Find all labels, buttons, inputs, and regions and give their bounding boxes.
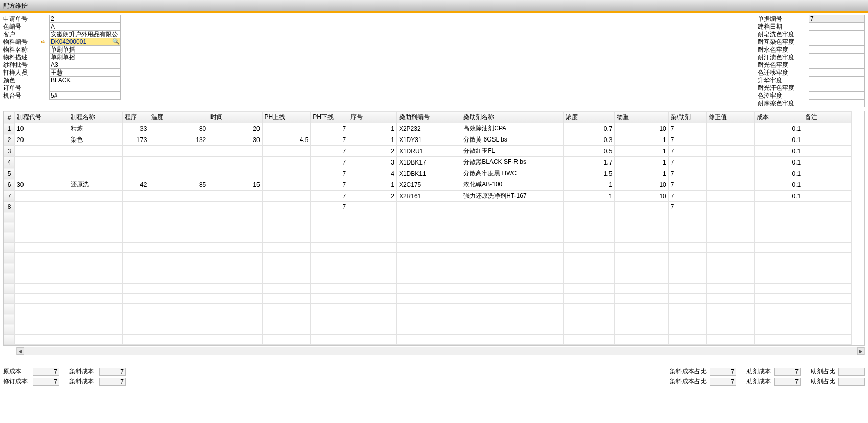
cell-time[interactable]	[208, 324, 262, 335]
table-row[interactable]	[4, 284, 852, 294]
cell-idx[interactable]	[348, 212, 397, 222]
cell-proccode[interactable]	[15, 146, 68, 157]
cell-hash[interactable]	[4, 314, 15, 324]
cell-time[interactable]	[208, 222, 262, 232]
cell-conc[interactable]: 1	[564, 179, 615, 191]
cell-phup[interactable]	[262, 324, 311, 335]
cell-corr[interactable]	[706, 168, 755, 179]
cell-procname[interactable]	[68, 253, 122, 263]
cell-agentcode[interactable]	[396, 314, 461, 324]
cell-idx[interactable]: 3	[348, 157, 397, 168]
cell-hash[interactable]	[4, 273, 15, 284]
cell-agentname[interactable]: 分散高牢度黑 HWC	[461, 168, 564, 179]
col-proccode[interactable]: 制程代号	[15, 112, 68, 123]
cell-phup[interactable]: 4.5	[262, 134, 311, 146]
cell-proccode[interactable]	[15, 253, 68, 263]
cell-idx[interactable]	[348, 304, 397, 314]
cell-conc[interactable]	[564, 294, 615, 304]
cell-hash[interactable]	[4, 324, 15, 335]
table-row[interactable]: 220染色173132304.571X1DY31分散黄 6GSL bs0.317…	[4, 134, 852, 146]
cell-weight[interactable]	[615, 294, 668, 304]
cell-weight[interactable]	[615, 243, 668, 253]
cell-proccode[interactable]	[15, 345, 68, 346]
cell-cost[interactable]	[755, 324, 803, 335]
table-row[interactable]	[4, 294, 852, 304]
cell-corr[interactable]	[706, 179, 755, 191]
cell-weight[interactable]	[615, 263, 668, 273]
cell-agentname[interactable]	[461, 294, 564, 304]
cell-agentcode[interactable]	[396, 284, 461, 294]
cell-time[interactable]	[208, 232, 262, 243]
cell-temp[interactable]	[149, 335, 208, 345]
cell-idx[interactable]: 2	[348, 191, 397, 202]
cell-agentname[interactable]: 分散黑BLACK SF-R bs	[461, 157, 564, 168]
input-matdesc[interactable]	[49, 53, 121, 61]
cell-corr[interactable]	[706, 134, 755, 146]
cell-hash[interactable]: 6	[4, 179, 15, 191]
cell-proccode[interactable]	[15, 243, 68, 253]
cell-procname[interactable]	[68, 222, 122, 232]
table-row[interactable]: 877	[4, 202, 852, 212]
cell-remark[interactable]	[803, 253, 852, 263]
cell-corr[interactable]	[706, 335, 755, 345]
cell-dyeaux[interactable]: 7	[668, 179, 706, 191]
col-weight[interactable]: 物重	[615, 112, 668, 123]
cell-procname[interactable]	[68, 324, 122, 335]
cell-agentname[interactable]	[461, 202, 564, 212]
cell-cost[interactable]: 0.1	[755, 191, 803, 202]
cell-procname[interactable]: 还原洗	[68, 179, 122, 191]
cell-weight[interactable]	[615, 202, 668, 212]
cell-agentname[interactable]	[461, 253, 564, 263]
cell-hash[interactable]	[4, 263, 15, 273]
cell-idx[interactable]	[348, 253, 397, 263]
cell-dyeaux[interactable]: 7	[668, 157, 706, 168]
cell-idx[interactable]	[348, 202, 397, 212]
cell-phup[interactable]	[262, 335, 311, 345]
cell-conc[interactable]: 0.7	[564, 123, 615, 134]
col-phup[interactable]: PH上线	[262, 112, 311, 123]
cell-seq[interactable]: 33	[122, 123, 149, 134]
cell-corr[interactable]	[706, 232, 755, 243]
cell-cost[interactable]	[755, 304, 803, 314]
cell-cost[interactable]	[755, 284, 803, 294]
cell-phup[interactable]	[262, 146, 311, 157]
cell-temp[interactable]	[149, 284, 208, 294]
cell-procname[interactable]	[68, 273, 122, 284]
cell-temp[interactable]	[149, 243, 208, 253]
cell-phup[interactable]	[262, 123, 311, 134]
input-apply[interactable]	[49, 15, 121, 23]
cell-conc[interactable]	[564, 212, 615, 222]
cell-seq[interactable]	[122, 335, 149, 345]
input-createdate[interactable]	[809, 22, 865, 31]
cell-temp[interactable]	[149, 232, 208, 243]
cell-idx[interactable]: 2	[348, 146, 397, 157]
table-row[interactable]: 372X1DRU1分散红玉FL0.5170.1	[4, 146, 852, 157]
cell-agentcode[interactable]	[396, 202, 461, 212]
scroll-right-icon[interactable]: ►	[857, 347, 864, 355]
cell-weight[interactable]: 1	[615, 168, 668, 179]
cell-agentname[interactable]	[461, 284, 564, 294]
input-colorno[interactable]	[49, 22, 121, 31]
cell-weight[interactable]: 1	[615, 134, 668, 146]
cell-dyeaux[interactable]	[668, 304, 706, 314]
input-yarn[interactable]	[49, 61, 121, 69]
cell-proccode[interactable]	[15, 168, 68, 179]
cell-time[interactable]: 15	[208, 179, 262, 191]
cell-temp[interactable]	[149, 304, 208, 314]
cell-dyeaux[interactable]	[668, 335, 706, 345]
cell-phdn[interactable]	[311, 335, 348, 345]
cell-conc[interactable]: 1.7	[564, 157, 615, 168]
input-customer[interactable]	[49, 30, 121, 38]
cell-time[interactable]	[208, 263, 262, 273]
cell-procname[interactable]	[68, 202, 122, 212]
cell-weight[interactable]: 10	[615, 123, 668, 134]
cell-cost[interactable]	[755, 345, 803, 346]
col-cost[interactable]: 成本	[755, 112, 803, 123]
cell-seq[interactable]	[122, 222, 149, 232]
cell-dyeaux[interactable]	[668, 273, 706, 284]
cell-phup[interactable]	[262, 243, 311, 253]
input-r7[interactable]	[809, 76, 865, 84]
cell-agentname[interactable]: 浓化碱AB-100	[461, 179, 564, 191]
cell-phdn[interactable]	[311, 273, 348, 284]
cell-seq[interactable]	[122, 212, 149, 222]
